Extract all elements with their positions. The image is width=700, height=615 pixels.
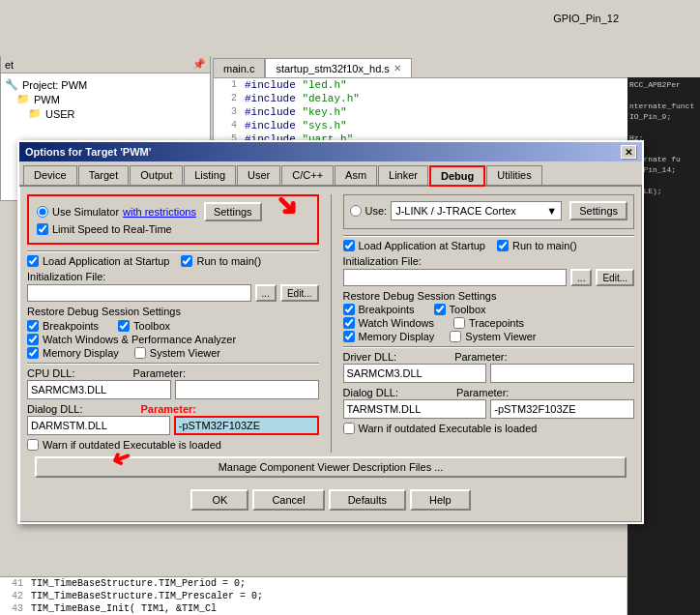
- left-dll-inputs: [27, 380, 319, 399]
- tab-asm[interactable]: Asm: [335, 165, 377, 185]
- left-toolbox-checkbox[interactable]: [118, 320, 130, 332]
- left-memory-row: Memory Display System Viewer: [27, 347, 319, 359]
- limit-speed-row: Limit Speed to Real-Time: [37, 223, 309, 235]
- left-watch-row: Watch Windows & Performance Analyzer: [27, 334, 319, 345]
- right-init-label: Initialization File:: [343, 255, 635, 267]
- right-load-app-label: Load Application at Startup: [359, 240, 485, 251]
- right-driver-param-input[interactable]: [490, 364, 634, 383]
- tab-target[interactable]: Target: [78, 165, 130, 185]
- left-watch-checkbox[interactable]: [27, 334, 39, 345]
- right-driver-dll-input[interactable]: [343, 364, 487, 383]
- right-dialog-param-input[interactable]: [490, 399, 634, 419]
- left-dialog-dll-section: Dialog DLL: Parameter:: [27, 403, 319, 435]
- modal-close-button[interactable]: ✕: [621, 145, 636, 159]
- right-run-to-main-checkbox[interactable]: [497, 240, 509, 251]
- right-tracepoints-checkbox[interactable]: [453, 317, 465, 329]
- simulator-section: Use Simulator with restrictions Settings…: [27, 194, 319, 245]
- tab-user[interactable]: User: [237, 165, 280, 185]
- left-warn-row: Warn if outdated Executable is loaded: [27, 439, 319, 451]
- right-toolbox-checkbox[interactable]: [434, 304, 446, 315]
- left-browse-button[interactable]: ...: [255, 284, 277, 302]
- tab-linker[interactable]: Linker: [378, 165, 428, 185]
- right-tracepoints-label: Tracepoints: [469, 317, 524, 329]
- use-simulator-label: Use Simulator: [52, 206, 119, 218]
- left-memory-checkbox[interactable]: [27, 347, 39, 359]
- right-breakpoints-row: Breakpoints Toolbox: [343, 304, 635, 315]
- right-col: Use: J-LINK / J-TRACE Cortex ▼ Settings: [343, 194, 635, 453]
- right-warn-row: Warn if outdated Executable is loaded: [343, 423, 635, 434]
- right-memory-row: Memory Display System Viewer: [343, 331, 635, 342]
- bottom-line-43: 43 TIM_TimeBase_Init( TIM1, &TIM_Cl: [0, 602, 627, 615]
- left-restore-label: Restore Debug Session Settings: [27, 306, 319, 317]
- left-cpu-param-input[interactable]: [175, 380, 319, 399]
- right-watch-row: Watch Windows Tracepoints: [343, 317, 635, 329]
- right-driver-dll-section: Driver DLL: Parameter:: [343, 351, 635, 383]
- left-run-to-main-checkbox[interactable]: [181, 255, 192, 267]
- use-radio[interactable]: [350, 205, 362, 217]
- left-sysviewer-checkbox[interactable]: [134, 347, 146, 359]
- simulator-settings-button[interactable]: Settings: [204, 202, 262, 221]
- modal-overlay: Options for Target 'PWM' ✕ Device Target…: [0, 0, 700, 615]
- limit-speed-checkbox[interactable]: [37, 223, 48, 235]
- left-warn-checkbox[interactable]: [27, 439, 39, 451]
- left-dialog-dll-input[interactable]: [27, 416, 170, 435]
- modal-body: Use Simulator with restrictions Settings…: [19, 187, 642, 522]
- modal-title: Options for Target 'PWM': [25, 146, 151, 158]
- right-browse-button[interactable]: ...: [570, 269, 592, 286]
- left-edit-button[interactable]: Edit...: [280, 284, 319, 302]
- right-breakpoints-label: Breakpoints: [359, 304, 415, 315]
- left-dialog-dll-inputs: [27, 416, 319, 435]
- right-watch-checkbox[interactable]: [343, 317, 355, 329]
- options-dialog: Options for Target 'PWM' ✕ Device Target…: [17, 140, 644, 524]
- left-init-file-row: ... Edit...: [27, 284, 319, 302]
- bottom-line-42: 42 TIM_TimeBaseStructure.TIM_Prescaler =…: [0, 590, 627, 602]
- left-warn-label: Warn if outdated Executable is loaded: [43, 439, 221, 451]
- dropdown-arrow-icon: ▼: [546, 205, 557, 217]
- jlink-dropdown[interactable]: J-LINK / J-TRACE Cortex ▼: [391, 201, 562, 220]
- defaults-button[interactable]: Defaults: [329, 489, 406, 511]
- left-dialog-dll-labels: Dialog DLL: Parameter:: [27, 403, 319, 415]
- modal-tab-bar: Device Target Output Listing User C/C++ …: [19, 161, 642, 187]
- right-warn-checkbox[interactable]: [343, 423, 355, 434]
- left-dialog-param-input[interactable]: [174, 416, 319, 435]
- tab-debug[interactable]: Debug: [429, 165, 485, 187]
- tab-cpp[interactable]: C/C++: [281, 165, 334, 185]
- ok-button[interactable]: OK: [190, 489, 248, 511]
- right-settings-button[interactable]: Settings: [569, 201, 627, 220]
- right-memory-checkbox[interactable]: [343, 331, 355, 342]
- left-load-app-checkbox[interactable]: [27, 255, 39, 267]
- right-dialog-dll-input[interactable]: [343, 399, 487, 419]
- left-load-app-label: Load Application at Startup: [43, 255, 169, 267]
- right-dialog-dll-section: Dialog DLL: Parameter:: [343, 387, 635, 419]
- left-watch-label: Watch Windows & Performance Analyzer: [43, 334, 236, 345]
- right-edit-button[interactable]: Edit...: [596, 269, 634, 286]
- left-dll-labels: CPU DLL: Parameter:: [27, 367, 319, 379]
- right-breakpoints-checkbox[interactable]: [343, 304, 355, 315]
- tab-listing[interactable]: Listing: [184, 165, 236, 185]
- tab-device[interactable]: Device: [23, 165, 77, 185]
- right-load-app-row: Load Application at Startup Run to main(…: [343, 240, 635, 251]
- tab-utilities[interactable]: Utilities: [486, 165, 541, 185]
- right-sysviewer-checkbox[interactable]: [450, 331, 461, 342]
- with-restrictions-link[interactable]: with restrictions: [123, 206, 196, 218]
- left-breakpoints-checkbox[interactable]: [27, 320, 39, 332]
- left-init-label: Initialization File:: [27, 271, 319, 282]
- limit-speed-label: Limit Speed to Real-Time: [52, 223, 172, 235]
- left-toolbox-label: Toolbox: [133, 320, 170, 332]
- left-memory-label: Memory Display: [43, 347, 119, 359]
- right-load-app-checkbox[interactable]: [343, 240, 355, 251]
- use-simulator-radio[interactable]: [37, 206, 48, 218]
- tab-output[interactable]: Output: [130, 165, 183, 185]
- modal-titlebar: Options for Target 'PWM' ✕: [19, 142, 642, 161]
- right-warn-label: Warn if outdated Executable is loaded: [359, 423, 538, 434]
- right-restore-label: Restore Debug Session Settings: [343, 290, 635, 302]
- use-dropdown-row: Use: J-LINK / J-TRACE Cortex ▼ Settings: [350, 201, 628, 220]
- left-cpu-dll-input[interactable]: [27, 380, 171, 399]
- cancel-button[interactable]: Cancel: [252, 489, 324, 511]
- left-init-input[interactable]: [27, 284, 251, 302]
- bottom-button-row: OK Cancel Defaults Help: [27, 482, 634, 514]
- manage-button[interactable]: Manage Component Viewer Description File…: [35, 456, 627, 478]
- help-button[interactable]: Help: [410, 489, 471, 511]
- right-init-input[interactable]: [343, 269, 568, 286]
- right-init-file-row: ... Edit...: [343, 269, 635, 286]
